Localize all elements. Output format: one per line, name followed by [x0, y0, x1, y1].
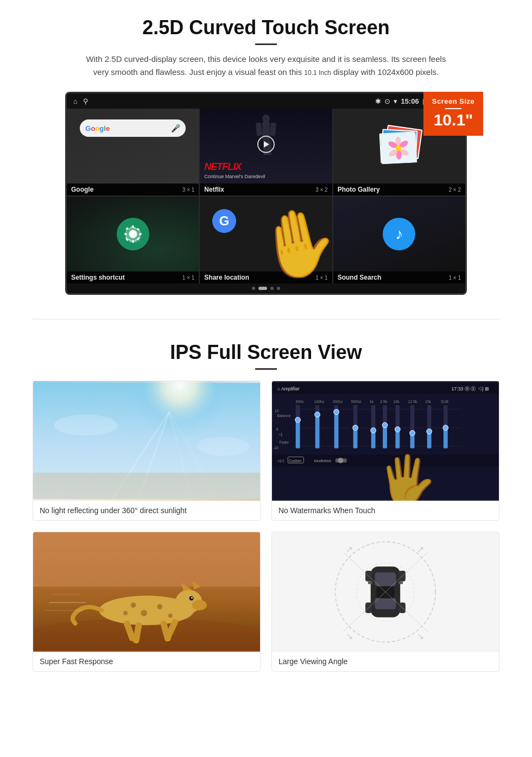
- location-icon: ⊙: [384, 97, 390, 105]
- settings-icon-circle: [117, 218, 149, 250]
- photo-item-3: [379, 131, 416, 163]
- desc-part2: display with 1024x600 pixels.: [333, 67, 439, 77]
- svg-text:1k: 1k: [370, 400, 374, 403]
- svg-rect-60: [296, 420, 300, 448]
- svg-point-102: [192, 600, 207, 610]
- app-cell-netflix[interactable]: NETFLIX Continue Marvel's Daredevil Netf…: [200, 109, 332, 195]
- google-mic-icon[interactable]: 🎤: [171, 124, 180, 133]
- svg-text:↘: ↘: [346, 632, 353, 641]
- app-cell-google[interactable]: Google 🎤 Google 3 × 1: [67, 109, 199, 195]
- svg-text:0: 0: [276, 427, 278, 431]
- amplifier-svg: ⌂ Amplifier 17:33 ⓔ ⓢ ◁) ⊠ 60hz 100hz 20…: [272, 381, 499, 501]
- netflix-app-name: Netflix: [204, 186, 224, 193]
- usb-icon: ⚲: [83, 97, 88, 105]
- feature-card-car: ↗ ↗ ↘ ↘: [271, 532, 499, 672]
- svg-text:↗: ↗: [417, 545, 424, 554]
- svg-point-107: [131, 602, 136, 608]
- svg-rect-20: [139, 234, 142, 235]
- svg-point-70: [353, 425, 358, 431]
- svg-point-82: [410, 431, 415, 436]
- feature-card-cheetah: Super Fast Response: [33, 532, 261, 672]
- desc-small: 10.1 Inch: [304, 69, 331, 77]
- svg-text:100hz: 100hz: [314, 400, 325, 403]
- svg-text:500hz: 500hz: [351, 400, 362, 403]
- svg-point-95: [338, 458, 344, 463]
- sound-app-size: 1 × 1: [448, 275, 461, 281]
- google-label-bar: Google 3 × 1: [67, 184, 199, 195]
- app-cell-share[interactable]: G 🤚 Share location 1 × 1: [200, 197, 332, 283]
- svg-text:◁◁: ◁◁: [277, 458, 284, 463]
- svg-text:↘: ↘: [417, 632, 424, 641]
- netflix-subtitle: Continue Marvel's Daredevil: [204, 174, 265, 179]
- svg-rect-134: [368, 582, 372, 584]
- svg-rect-129: [376, 586, 394, 598]
- cheetah-svg: [33, 532, 260, 652]
- svg-rect-127: [375, 572, 396, 586]
- status-bar: ⌂ ⚲ ✱ ⊙ ▾ 15:06 ▣ ◁) ⊠ ▭: [67, 93, 465, 109]
- svg-rect-87: [444, 428, 448, 449]
- google-maps-icon: G: [211, 207, 238, 240]
- svg-text:15k: 15k: [425, 400, 432, 403]
- app-cell-sound[interactable]: ♪ Sound Search 1 × 1: [333, 197, 465, 283]
- sunlight-svg: [33, 381, 260, 501]
- app-cell-settings[interactable]: Settings shortcut 1 × 1: [67, 197, 199, 283]
- amplifier-caption: No Watermarks When Touch: [272, 501, 499, 520]
- sunlight-caption: No light reflecting under 360° direct su…: [33, 501, 260, 520]
- svg-point-33: [54, 414, 118, 436]
- svg-rect-75: [383, 425, 387, 449]
- badge-size: 10.1": [428, 112, 479, 128]
- hand-pointing-icon: 🤚: [250, 199, 332, 283]
- settings-app-name: Settings shortcut: [71, 274, 125, 281]
- car-caption: Large Viewing Angle: [272, 652, 499, 671]
- svg-point-110: [168, 614, 173, 618]
- head-unit: ⌂ ⚲ ✱ ⊙ ▾ 15:06 ▣ ◁) ⊠ ▭: [65, 92, 467, 295]
- svg-point-88: [443, 425, 448, 431]
- screen-size-badge: Screen Size 10.1": [423, 92, 483, 136]
- google-app-size: 3 × 1: [182, 187, 195, 193]
- svg-rect-17: [132, 225, 134, 228]
- app-grid: Google 🎤 Google 3 × 1: [67, 109, 465, 283]
- dot-1: [252, 287, 255, 290]
- svg-rect-63: [315, 414, 320, 448]
- svg-text:10k: 10k: [394, 400, 400, 403]
- wifi-icon: ▾: [394, 97, 397, 105]
- home-icon[interactable]: ⌂: [73, 97, 78, 105]
- badge-divider: [445, 108, 461, 109]
- share-app-name: Share location: [204, 274, 249, 281]
- svg-text:⌂  Amplifier: ⌂ Amplifier: [277, 386, 300, 392]
- gallery-app-name: Photo Gallery: [338, 186, 380, 193]
- sunlight-image: [33, 381, 260, 501]
- svg-point-85: [427, 429, 432, 434]
- netflix-overlay: NETFLIX Continue Marvel's Daredevil: [200, 109, 332, 184]
- svg-text:-10: -10: [273, 446, 278, 450]
- svg-rect-35: [33, 472, 260, 499]
- music-note-icon: ♪: [395, 225, 403, 243]
- photo-stack: [377, 124, 421, 168]
- svg-text:loudness: loudness: [314, 458, 331, 463]
- svg-text:Fader: Fader: [280, 440, 289, 444]
- gallery-label-bar: Photo Gallery 2 × 2: [333, 184, 465, 195]
- sound-content: ♪: [333, 197, 465, 272]
- share-content: G 🤚: [200, 197, 332, 272]
- svg-point-61: [295, 417, 301, 422]
- netflix-logo: NETFLIX: [204, 161, 241, 173]
- device-wrapper: Screen Size 10.1" ⌂ ⚲ ✱ ⊙ ▾ 15:06 ▣ ◁): [54, 92, 478, 295]
- section-ips: IPS Full Screen View: [0, 330, 532, 688]
- google-search-bar[interactable]: Google 🎤: [80, 119, 186, 137]
- svg-text:Custom: Custom: [289, 459, 302, 463]
- status-bar-left: ⌂ ⚲: [73, 97, 88, 105]
- feature-grid: No light reflecting under 360° direct su…: [33, 381, 499, 672]
- cheetah-caption: Super Fast Response: [33, 652, 260, 671]
- section-curved: 2.5D Curved Touch Screen With 2.5D curve…: [0, 0, 532, 308]
- settings-content: [67, 197, 199, 272]
- sound-app-name: Sound Search: [338, 274, 382, 281]
- svg-point-108: [141, 610, 147, 616]
- music-icon-circle: ♪: [383, 218, 415, 250]
- svg-point-73: [371, 428, 376, 433]
- pagination-dots: [67, 283, 465, 293]
- car-image: ↗ ↗ ↘ ↘: [272, 532, 499, 652]
- section2-title: IPS Full Screen View: [33, 341, 499, 364]
- svg-point-106: [191, 597, 193, 598]
- svg-text:SUB: SUB: [441, 400, 448, 403]
- status-time: 15:06: [401, 97, 419, 105]
